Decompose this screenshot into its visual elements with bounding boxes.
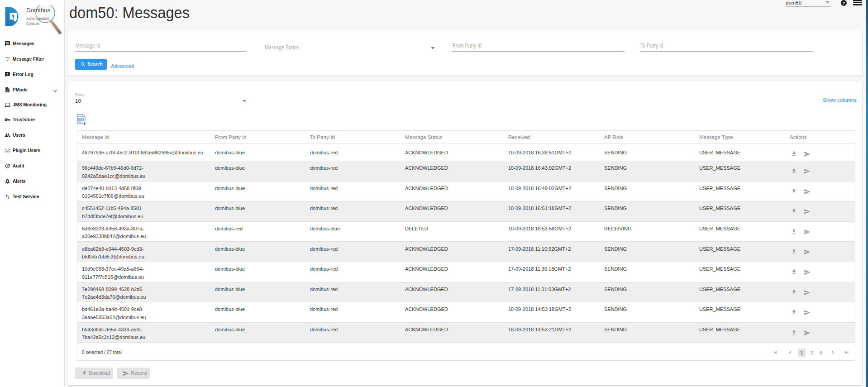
svg-text:CSV: CSV [78,118,84,120]
